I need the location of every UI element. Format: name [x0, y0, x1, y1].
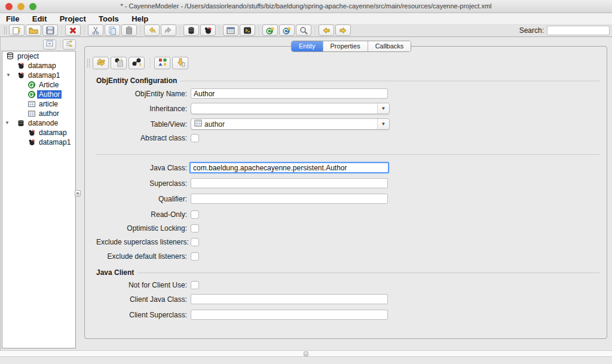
open-project-button[interactable] — [26, 25, 41, 36]
tree-item-datamap[interactable]: datamap — [2, 61, 75, 71]
tree-item-project[interactable]: project — [2, 51, 75, 61]
qualifier-input[interactable] — [191, 194, 388, 204]
toolbar-separator — [178, 26, 182, 35]
exclude-default-listeners-checkbox[interactable] — [191, 252, 199, 261]
client-superclass-input[interactable] — [191, 310, 388, 320]
navigate-forward-button[interactable] — [335, 25, 351, 36]
forward-arrow-icon — [338, 26, 348, 35]
tab-properties[interactable]: Properties — [323, 41, 368, 51]
row-abstract-class: Abstract class: — [96, 134, 598, 142]
datamap-icon — [203, 26, 213, 35]
section-title: Java Client — [96, 268, 134, 277]
inheritance-dropdown[interactable]: ▼ — [191, 103, 390, 114]
tree-item-datanode-datamap[interactable]: datamap — [2, 128, 75, 137]
open-folder-icon — [29, 26, 38, 35]
create-attribute-button[interactable] — [111, 57, 127, 69]
datamap-icon — [17, 62, 25, 70]
chevron-down-icon[interactable]: ▼ — [377, 119, 389, 129]
section-java-client: Java Client — [96, 268, 599, 277]
expand-arrow-icon[interactable]: ▼ — [5, 120, 10, 126]
new-objentity-button[interactable] — [262, 25, 278, 36]
row-client-java-class: Client Java Class: — [96, 294, 598, 304]
tree-item-article-objentity[interactable]: Article — [2, 80, 75, 90]
undo-button[interactable] — [144, 25, 160, 36]
superclass-input[interactable] — [191, 178, 388, 188]
optimistic-locking-checkbox[interactable] — [191, 224, 199, 233]
section-rule — [180, 81, 599, 81]
navigate-back-button[interactable] — [319, 25, 334, 36]
abstract-class-checkbox[interactable] — [191, 134, 199, 142]
tree-item-author-dbentity[interactable]: author — [2, 109, 75, 118]
new-dbentity-button[interactable] — [223, 25, 238, 36]
toolbar-grip — [87, 59, 90, 68]
new-project-button[interactable] — [9, 25, 25, 36]
new-query-button[interactable] — [296, 25, 311, 36]
import-down-arrow-icon — [175, 57, 186, 69]
paste-button[interactable] — [121, 25, 137, 36]
dbentity-table-icon — [27, 100, 36, 108]
tree-item-author-objentity[interactable]: Author — [2, 90, 75, 99]
collapse-all-button[interactable] — [43, 39, 56, 50]
tree-item-datamap1[interactable]: ▼ datamap1 — [2, 71, 75, 80]
tree-item-article-dbentity[interactable]: article — [2, 99, 75, 109]
title-bar: * - CayenneModeler - /Users/dassiorleand… — [0, 0, 612, 13]
paste-icon — [124, 26, 134, 35]
tab-callbacks[interactable]: Callbacks — [368, 41, 411, 51]
inheritance-label: Inheritance: — [96, 105, 187, 113]
splitter-handle[interactable] — [75, 190, 81, 197]
menu-project[interactable]: Project — [54, 13, 91, 23]
table-view-label: Table/View: — [96, 120, 187, 129]
sync-with-dbentity-button[interactable] — [93, 57, 109, 69]
tab-entity[interactable]: Entity — [292, 41, 323, 51]
dbentity-table-icon — [194, 120, 202, 129]
client-java-class-input[interactable] — [191, 294, 388, 304]
new-datamap-button[interactable] — [200, 25, 216, 36]
copy-button[interactable] — [105, 25, 120, 36]
new-datanode-button[interactable] — [183, 25, 199, 36]
new-procedure-button[interactable] — [240, 25, 255, 36]
create-relationship-icon — [131, 57, 142, 69]
datamap-icon — [17, 71, 25, 79]
menu-edit[interactable]: Edit — [27, 13, 53, 23]
window-title: * - CayenneModeler - /Users/dassiorleand… — [0, 2, 612, 10]
objentity-name-input[interactable] — [191, 88, 388, 99]
table-view-dropdown[interactable]: author ▼ — [191, 118, 390, 130]
row-objentity-name: ObjEntity Name: — [96, 88, 598, 99]
vertical-splitter[interactable] — [76, 37, 79, 350]
not-for-client-use-checkbox[interactable] — [191, 281, 199, 289]
row-not-for-client-use: Not for Client Use: — [96, 281, 598, 289]
undo-icon — [147, 26, 157, 35]
section-divider — [96, 154, 599, 155]
redo-button[interactable] — [161, 25, 176, 36]
toolbar-separator — [257, 26, 261, 35]
menu-file[interactable]: File — [0, 13, 25, 23]
search-input[interactable] — [547, 26, 610, 35]
collapse-all-icon — [45, 39, 54, 50]
section-objentity-configuration: ObjEntity Configuration — [96, 77, 599, 85]
create-relationship-button[interactable] — [128, 57, 145, 69]
table-icon — [226, 26, 235, 35]
menu-help[interactable]: Help — [126, 13, 154, 23]
filter-button[interactable] — [63, 39, 76, 50]
cut-button[interactable] — [88, 25, 103, 36]
save-button[interactable] — [42, 25, 58, 36]
exclude-default-listeners-label: Exclude default listeners: — [96, 252, 187, 261]
read-only-checkbox[interactable] — [191, 210, 199, 219]
status-bar — [0, 357, 612, 364]
toolbar-separator — [139, 26, 142, 35]
chevron-down-icon[interactable]: ▼ — [377, 103, 389, 114]
new-embeddable-button[interactable] — [279, 25, 295, 36]
horizontal-splitter[interactable] — [0, 350, 612, 357]
tree-item-datanode[interactable]: ▼ datanode — [2, 118, 75, 128]
toolbar-separator — [60, 26, 63, 35]
splitter-knob[interactable] — [304, 351, 308, 356]
tree-item-datanode-datamap1[interactable]: datamap1 — [2, 137, 75, 147]
toolbar-separator — [313, 26, 317, 35]
remove-button[interactable] — [65, 25, 81, 36]
exclude-superclass-listeners-checkbox[interactable] — [191, 238, 199, 246]
import-entity-button[interactable] — [172, 57, 188, 69]
expand-arrow-icon[interactable]: ▼ — [6, 72, 11, 78]
menu-tools[interactable]: Tools — [93, 13, 124, 23]
class-diagram-button[interactable] — [154, 57, 170, 69]
java-class-input[interactable] — [189, 162, 389, 173]
